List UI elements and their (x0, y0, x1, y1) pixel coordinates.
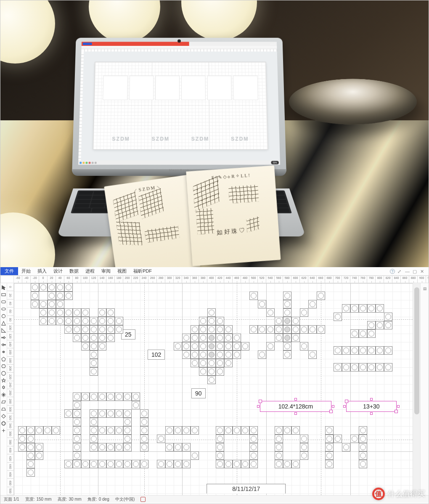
menu-foxit[interactable]: 福昕PDF (130, 267, 155, 275)
tool-star5[interactable] (1, 378, 6, 383)
svg-point-3 (2, 314, 5, 318)
tool-right-triangle[interactable] (1, 328, 6, 333)
szdm-label: SZDM (231, 136, 249, 142)
webcam (177, 40, 181, 43)
menu-insert[interactable]: 插入 (34, 267, 50, 275)
drawing-canvas[interactable]: 25 102 90 102.4*128cm 13+30 (14, 283, 413, 495)
status-height: 高度:30 mm (58, 496, 82, 502)
szdm-label: SZDM (112, 136, 130, 142)
menu-process[interactable]: 进程 (82, 267, 98, 275)
statusbar: 页面 1/1 宽度:150 mm 高度:30 mm 角度:0 deg 中文(中国… (0, 495, 429, 503)
annotation-bottom[interactable]: 8/11/12/17 (207, 484, 286, 493)
menu-start[interactable]: 开始 (18, 267, 34, 275)
minimize-icon[interactable]: — (405, 269, 410, 274)
tool-more[interactable] (1, 428, 6, 433)
annotation-count-text: 13+30 (363, 403, 379, 410)
annotation-size-text: 102.4*128cm (278, 403, 313, 410)
dock-tab-icon[interactable]: ▤ (423, 286, 427, 291)
tool-arrow-right[interactable] (1, 335, 6, 340)
lamp-globe (181, 0, 257, 40)
szdm-label: SZDM (152, 136, 169, 142)
close-icon[interactable]: ✕ (420, 269, 425, 274)
top-photo-panel: ▭ ▭ ✕ SZ (0, 0, 429, 267)
laptop-screen: ▭ ▭ ✕ SZ (78, 42, 280, 164)
right-dock: ▤ (420, 283, 429, 495)
status-angle: 角度:0 deg (87, 496, 109, 502)
svg-point-2 (2, 308, 5, 310)
file-tab-mini (83, 42, 92, 45)
tool-parallelogram[interactable] (1, 399, 6, 404)
menu-design[interactable]: 设计 (50, 267, 66, 275)
tool-trapezoid[interactable] (1, 406, 6, 411)
canvas-wrap-mini: SZDM SZDM SZDM SZDM (81, 51, 280, 160)
tool-star6[interactable] (1, 385, 6, 390)
menu-review[interactable]: 审阅 (98, 267, 114, 275)
diagram-app-panel: 文件 开始 插入 设计 数据 进程 审阅 视图 福昕PDF ? ⤢ — ▢ ✕ … (0, 267, 429, 503)
tool-rounded-rect[interactable] (1, 299, 6, 304)
windows-taskbar-mini: 50% (78, 160, 280, 164)
menu-file[interactable]: 文件 (0, 267, 18, 275)
laptop-screen-frame: ▭ ▭ ✕ SZ (72, 38, 286, 172)
status-lang: 中文(中国) (115, 496, 135, 502)
status-page: 页面 1/1 (4, 496, 19, 502)
tool-cross[interactable] (1, 421, 6, 426)
tool-hexagon[interactable] (1, 363, 6, 369)
tool-pentagon[interactable] (1, 356, 6, 361)
svg-rect-0 (2, 293, 5, 296)
vertical-ruler[interactable]: 0204060801001201401601802002202402602803… (7, 283, 14, 495)
shape-toolbox (0, 283, 7, 495)
paper-notebook: ⟋ S Z D M ⟍ F ! ✎ ◇ ⟡ R ✧ L L ! 如 好 珠 ♡ (105, 164, 283, 267)
annotation-102[interactable]: 102 (148, 350, 165, 360)
svg-rect-1 (2, 300, 5, 303)
app-menubar: 文件 开始 插入 设计 数据 进程 审阅 视图 福昕PDF ? ⤢ — ▢ ✕ (0, 267, 429, 276)
help-icon[interactable]: ? (390, 269, 395, 274)
ribbon-collapse-icon[interactable]: ⤢ (397, 269, 403, 274)
tool-double-arrow[interactable] (1, 349, 6, 354)
tool-triangle[interactable] (1, 321, 6, 326)
selected-annotation-count[interactable]: 13+30 (346, 401, 397, 412)
lamp-globe (0, 0, 55, 64)
menu-view[interactable]: 视图 (114, 267, 130, 275)
horizontal-ruler[interactable]: -60-40-200204060801001201401601802002202… (14, 276, 429, 283)
metal-bowl (278, 79, 427, 125)
maximize-icon[interactable]: ▢ (413, 269, 418, 274)
tool-rectangle[interactable] (1, 292, 6, 297)
annotation-25[interactable]: 25 (121, 329, 135, 340)
status-width: 宽度:150 mm (25, 496, 52, 502)
szdm-label: SZDM (191, 136, 209, 142)
tool-pointer[interactable] (1, 285, 6, 290)
vertical-scrollbar[interactable] (413, 283, 420, 495)
selected-annotation-size[interactable]: 102.4*128cm (260, 401, 331, 412)
app-menubar-mini (82, 46, 277, 49)
annotation-90[interactable]: 90 (191, 388, 206, 398)
tool-circle[interactable] (1, 313, 6, 318)
tool-arrow-left[interactable] (1, 342, 6, 347)
status-record-icon[interactable] (140, 497, 146, 502)
tool-ellipse[interactable] (1, 306, 6, 311)
menu-data[interactable]: 数据 (66, 267, 82, 275)
tool-burst[interactable] (1, 392, 6, 397)
tool-diamond[interactable] (1, 414, 6, 419)
tool-octagon[interactable] (1, 371, 6, 376)
ruler-corner (0, 276, 14, 283)
